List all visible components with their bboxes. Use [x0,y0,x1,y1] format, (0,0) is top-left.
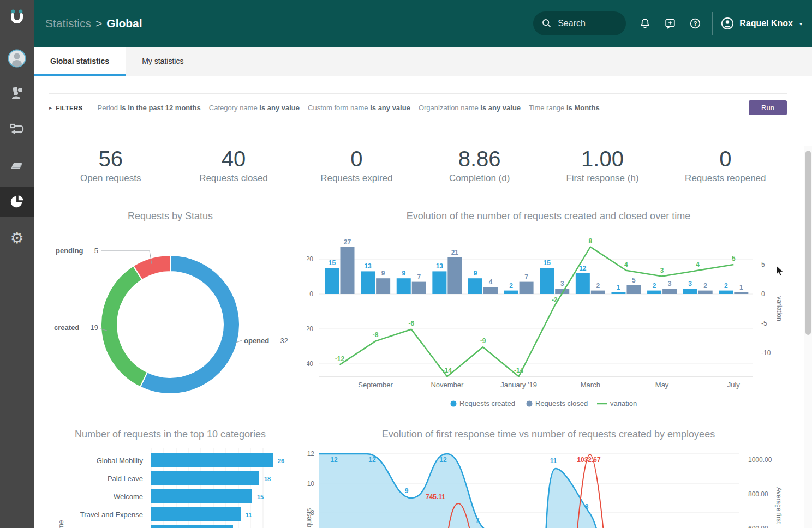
svg-text:18: 18 [264,476,271,482]
svg-text:15: 15 [544,259,551,267]
feedback-button[interactable] [658,11,683,35]
filter-organization-name[interactable]: Organization name is any value [419,104,521,112]
kpi-requests-closed: 40Requests closed [172,146,295,184]
help-button[interactable]: ? [683,11,708,35]
chevron-down-icon: ▾ [799,21,802,27]
svg-text:12: 12 [330,456,338,464]
sidebar-item-settings[interactable]: ⚙ [0,223,34,254]
svg-text:9: 9 [474,269,477,277]
header-divider [712,12,713,35]
pie-chart-icon [9,194,25,210]
top-header: Statistics>Global Search [34,0,812,47]
svg-text:13: 13 [364,262,372,270]
requests-by-status-donut-chart[interactable]: opened — 32created — 19pending — 5 [34,218,307,420]
kpi-requests-reopened: 0Requests reopened [664,146,787,184]
chart-title-first-response: Evolution of first response time vs numb… [307,429,790,440]
svg-text:-40: -40 [307,360,313,368]
filter-time-range[interactable]: Time range is Months [529,104,600,112]
svg-text:March: March [581,381,600,389]
svg-text:0: 0 [761,290,765,298]
svg-text:12: 12 [439,456,447,464]
svg-text:pending — 5: pending — 5 [56,247,98,255]
evolution-created-closed-chart[interactable]: 200-20-4050-5-10variation151391392151212… [307,218,790,420]
svg-text:12: 12 [368,456,376,464]
svg-text:variation: variation [610,399,637,407]
filter-category-name[interactable]: Category name is any value [209,104,300,112]
svg-text:2: 2 [596,282,600,290]
sidebar-item-workflows[interactable] [0,114,34,145]
question-circle-icon: ? [689,17,702,30]
gear-icon: ⚙ [10,231,23,246]
filters-toggle[interactable]: ▸ FILTERS [49,105,83,111]
smile-logo-icon [6,8,28,26]
first-response-area-chart[interactable]: 121081000.00800.00600.0012129127118745.1… [307,442,790,528]
svg-text:12: 12 [579,265,587,272]
kpi-completion-d-: 8.86Completion (d) [418,146,541,184]
sidebar-item-knowledge-base[interactable] [0,150,34,181]
tab-global-statistics[interactable]: Global statistics [34,47,126,76]
kpi-first-response-h-: 1.00First response (h) [541,146,664,184]
breadcrumb-section[interactable]: Statistics [45,17,91,29]
svg-text:12: 12 [307,450,315,458]
user-menu[interactable]: Raquel Knox ▾ [720,16,802,31]
tab-my-statistics[interactable]: My statistics [126,47,200,76]
breadcrumb-separator: > [95,17,102,29]
svg-text:27: 27 [344,238,351,246]
svg-text:2: 2 [653,282,656,290]
svg-text:November: November [431,381,464,389]
svg-text:1032.67: 1032.67 [577,456,601,464]
filter-items: Period is in the past 12 monthsCategory … [98,104,600,112]
svg-text:1: 1 [739,284,743,291]
svg-text:9: 9 [402,269,405,277]
svg-text:7: 7 [476,517,480,524]
svg-text:5: 5 [632,277,636,284]
header-actions: Search ? [533,11,802,35]
breadcrumb: Statistics>Global [45,17,142,30]
svg-text:11: 11 [550,457,557,465]
sidebar-item-statistics[interactable] [0,187,34,217]
svg-text:2: 2 [724,282,728,290]
svg-text:-10: -10 [761,349,771,357]
filter-period[interactable]: Period is in the past 12 months [98,104,201,112]
svg-text:1: 1 [617,284,620,291]
filters-label: FILTERS [56,105,82,111]
svg-text:Travel and Expense: Travel and Expense [80,511,143,519]
svg-text:-14: -14 [514,367,524,374]
content: ▸ FILTERS Period is in the past 12 month… [34,76,812,528]
svg-text:5: 5 [761,261,765,268]
svg-text:3: 3 [668,280,672,287]
svg-text:-2: -2 [552,296,558,304]
top-categories-bar-chart[interactable]: Global Mobility26Paid Leave18Welcome15Tr… [34,442,307,528]
svg-text:745.11: 745.11 [426,493,445,501]
caret-right-icon: ▸ [49,105,52,111]
search-placeholder-text: Search [558,19,586,28]
requests-icon [9,85,25,100]
notifications-button[interactable] [632,11,658,35]
svg-text:-8: -8 [373,331,379,339]
sidebar: ⚙ [0,0,34,528]
workflow-icon [9,122,25,137]
filters-row: ▸ FILTERS Period is in the past 12 month… [49,93,787,115]
svg-text:-6: -6 [408,320,414,327]
filter-custom-form-name[interactable]: Custom form name is any value [308,104,410,112]
svg-text:-9: -9 [480,337,486,345]
scrollbar-track[interactable] [804,146,812,528]
svg-text:9: 9 [405,487,409,495]
sidebar-item-profile[interactable] [0,43,34,74]
svg-text:8: 8 [585,503,589,511]
run-button[interactable]: Run [749,100,787,115]
app-logo[interactable] [0,0,34,34]
svg-text:21: 21 [451,249,459,256]
svg-text:-12: -12 [335,355,345,363]
svg-text:9: 9 [381,269,385,277]
user-avatar-icon [720,16,735,31]
svg-text:Requests closed: Requests closed [535,399,588,407]
svg-text:Average first: Average first [775,487,783,524]
search-input[interactable]: Search [533,11,626,35]
sidebar-item-requests[interactable] [0,77,34,108]
scrollbar-thumb[interactable] [805,151,811,335]
svg-text:Requests created: Requests created [459,399,515,407]
svg-text:2: 2 [509,282,513,290]
svg-text:11: 11 [246,512,252,518]
svg-text:-20: -20 [307,325,313,333]
